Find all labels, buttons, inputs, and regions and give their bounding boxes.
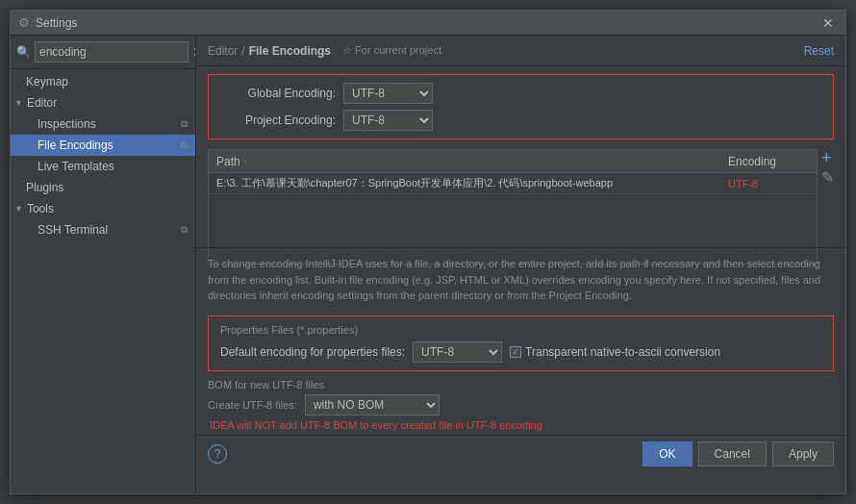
transparent-conversion-checkbox-label[interactable]: ✓ Transparent native-to-ascii conversion <box>510 345 720 359</box>
edit-row-button[interactable]: ✎ <box>821 170 834 186</box>
sidebar-item-plugins[interactable]: Plugins <box>11 177 195 198</box>
copy-icon: ⧉ <box>181 118 188 130</box>
encoding-cell: UTF-8 <box>720 178 817 189</box>
breadcrumb-parent[interactable]: Editor <box>208 44 238 58</box>
settings-icon: ⚙ <box>18 15 30 30</box>
bom-note-suffix: to every created file in UTF-8 encoding <box>357 419 542 431</box>
properties-encoding-select[interactable]: UTF-8 ISO-8859-1 <box>413 341 502 363</box>
ok-button[interactable]: OK <box>642 441 692 466</box>
sidebar-item-ssh-terminal[interactable]: SSH Terminal ⧉ <box>11 219 195 240</box>
properties-title: Properties Files (*.properties) <box>220 324 821 336</box>
footer-buttons: OK Cancel Apply <box>642 441 834 466</box>
sidebar-item-keymap[interactable]: Keymap <box>11 71 195 92</box>
main-header: Editor / File Encodings ☆ For current pr… <box>196 36 845 66</box>
path-column-header[interactable]: Path ↑ <box>209 155 720 168</box>
titlebar: ⚙ Settings ✕ <box>11 11 845 36</box>
titlebar-title: Settings <box>36 16 77 30</box>
sidebar: 🔍 ✕ Keymap ▼ Editor Inspections ⧉ <box>11 36 196 493</box>
reset-button[interactable]: Reset <box>804 44 834 58</box>
footer-left: ? <box>208 444 635 464</box>
main-content: Editor / File Encodings ☆ For current pr… <box>196 36 845 493</box>
file-table: Path ↑ Encoding E:\3. 工作\慕课天勤\chapter07：… <box>208 149 818 265</box>
sidebar-item-editor[interactable]: ▼ Editor <box>11 92 195 113</box>
bom-row: Create UTF-8 files: with NO BOM with BOM <box>208 394 834 416</box>
breadcrumb-current: File Encodings <box>249 44 331 58</box>
global-encoding-select[interactable]: UTF-8 UTF-16 ISO-8859-1 <box>343 83 433 104</box>
breadcrumb: Editor / File Encodings ☆ For current pr… <box>208 44 441 58</box>
help-button[interactable]: ? <box>208 444 227 464</box>
table-body: E:\3. 工作\慕课天勤\chapter07：SpringBoot开发单体应用… <box>209 173 817 264</box>
bom-section: BOM for new UTF-8 files Create UTF-8 fil… <box>196 375 845 435</box>
checkbox-label-text: Transparent native-to-ascii conversion <box>525 345 720 359</box>
global-encoding-row: Global Encoding: UTF-8 UTF-16 ISO-8859-1 <box>220 83 821 104</box>
properties-section: Properties Files (*.properties) Default … <box>208 315 834 371</box>
apply-button[interactable]: Apply <box>772 441 834 466</box>
encoding-section: Global Encoding: UTF-8 UTF-16 ISO-8859-1… <box>208 74 834 139</box>
sidebar-item-inspections[interactable]: Inspections ⧉ <box>11 113 195 135</box>
table-wrapper: Path ↑ Encoding E:\3. 工作\慕课天勤\chapter07：… <box>208 149 834 245</box>
breadcrumb-suffix: ☆ For current project <box>342 44 441 57</box>
bom-note: IDEA will NOT add UTF-8 BOM to every cre… <box>208 419 834 431</box>
properties-row: Default encoding for properties files: U… <box>220 341 821 363</box>
add-row-button[interactable]: + <box>821 149 834 166</box>
global-encoding-label: Global Encoding: <box>220 87 336 100</box>
path-cell: E:\3. 工作\慕课天勤\chapter07：SpringBoot开发单体应用… <box>209 176 720 190</box>
chevron-down-icon: ▼ <box>14 98 23 108</box>
description-text: To change encoding IntelliJ IDEA uses fo… <box>208 258 820 301</box>
project-encoding-select[interactable]: UTF-8 UTF-16 ISO-8859-1 <box>343 110 433 131</box>
copy-icon: ⧉ <box>181 224 188 236</box>
encoding-column-header[interactable]: Encoding <box>720 155 817 168</box>
content-area: 🔍 ✕ Keymap ▼ Editor Inspections ⧉ <box>11 36 845 493</box>
search-icon: 🔍 <box>16 45 31 59</box>
project-encoding-label: Project Encoding: <box>220 113 336 127</box>
transparent-conversion-checkbox[interactable]: ✓ <box>510 346 521 358</box>
sidebar-item-live-templates[interactable]: Live Templates <box>11 156 195 177</box>
sidebar-section: Keymap ▼ Editor Inspections ⧉ File Encod… <box>11 69 195 242</box>
search-input[interactable] <box>35 41 189 63</box>
titlebar-left: ⚙ Settings <box>18 15 77 30</box>
search-box: 🔍 ✕ <box>11 36 195 69</box>
bom-section-title: BOM for new UTF-8 files <box>208 379 834 391</box>
bom-create-label: Create UTF-8 files: <box>208 399 297 411</box>
sidebar-item-tools[interactable]: ▼ Tools <box>11 198 195 219</box>
sidebar-item-file-encodings[interactable]: File Encodings ⧉ <box>11 135 195 156</box>
table-actions: + ✎ <box>821 149 834 245</box>
properties-label: Default encoding for properties files: <box>220 345 405 359</box>
table-row[interactable]: E:\3. 工作\慕课天勤\chapter07：SpringBoot开发单体应用… <box>209 173 817 194</box>
close-button[interactable]: ✕ <box>818 15 838 31</box>
bom-select[interactable]: with NO BOM with BOM <box>305 394 440 416</box>
chevron-down-icon: ▼ <box>14 204 23 214</box>
breadcrumb-separator: / <box>241 44 244 58</box>
footer: ? OK Cancel Apply <box>196 435 845 472</box>
settings-window: ⚙ Settings ✕ 🔍 ✕ Keymap ▼ Editor <box>10 10 846 494</box>
project-encoding-row: Project Encoding: UTF-8 UTF-16 ISO-8859-… <box>220 110 821 131</box>
sort-arrow-icon: ↑ <box>243 157 248 166</box>
table-header: Path ↑ Encoding <box>209 150 817 173</box>
copy-icon: ⧉ <box>181 139 188 151</box>
bom-note-prefix: IDEA will NOT add <box>210 419 300 431</box>
cancel-button[interactable]: Cancel <box>698 441 767 466</box>
bom-note-highlight: UTF-8 BOM <box>300 419 357 431</box>
